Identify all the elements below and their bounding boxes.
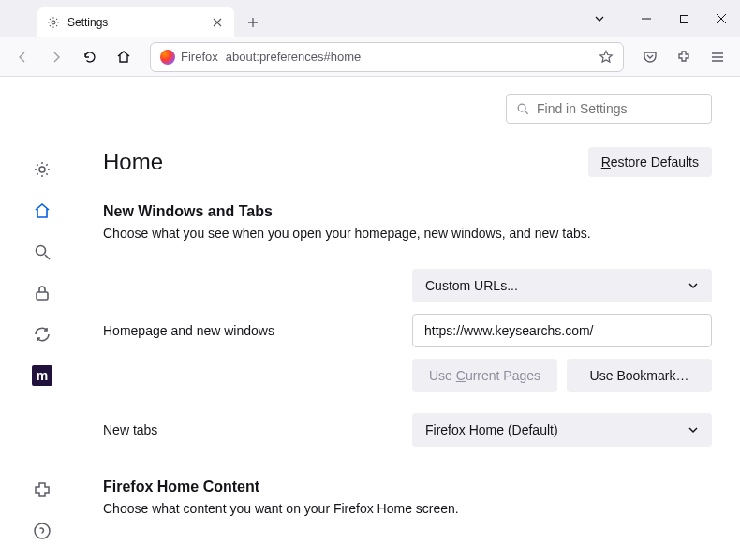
tabs-dropdown-button[interactable] xyxy=(581,0,618,37)
titlebar: Settings xyxy=(0,0,740,37)
reload-button[interactable] xyxy=(75,42,105,72)
newtabs-select-value: Firefox Home (Default) xyxy=(425,422,558,437)
content-pane: Home Restore Defaults New Windows and Ta… xyxy=(84,77,740,560)
url-bar[interactable]: Firefox about:preferences#home xyxy=(150,42,624,72)
gear-icon xyxy=(47,16,60,29)
url-text: about:preferences#home xyxy=(226,50,591,64)
identity-label: Firefox xyxy=(181,50,218,64)
sidebar-sync[interactable] xyxy=(32,324,52,345)
main-area: m Home Restore Defaults New Windows and … xyxy=(0,77,740,560)
search-icon xyxy=(516,102,529,115)
new-tab-button[interactable] xyxy=(240,9,266,36)
homepage-url-input[interactable] xyxy=(412,314,712,347)
svg-point-0 xyxy=(52,21,55,24)
window-controls xyxy=(628,0,740,37)
settings-sidebar: m xyxy=(0,77,84,560)
sidebar-search[interactable] xyxy=(32,242,52,262)
svg-rect-4 xyxy=(37,292,48,300)
homepage-label: Homepage and new windows xyxy=(103,323,412,338)
tab-title: Settings xyxy=(67,16,108,29)
newtabs-select[interactable]: Firefox Home (Default) xyxy=(412,413,712,447)
section-heading-home-content: Firefox Home Content xyxy=(103,479,712,495)
page-title: Home xyxy=(103,149,163,175)
maximize-button[interactable] xyxy=(665,0,703,37)
forward-button[interactable] xyxy=(41,42,71,72)
sidebar-general[interactable] xyxy=(32,159,52,180)
newtabs-label: New tabs xyxy=(103,422,412,437)
find-settings-box[interactable] xyxy=(506,94,712,124)
back-button[interactable] xyxy=(7,42,37,72)
home-button[interactable] xyxy=(109,42,139,72)
sidebar-privacy[interactable] xyxy=(32,283,52,303)
sidebar-more-mozilla[interactable]: m xyxy=(32,365,52,386)
minimize-button[interactable] xyxy=(628,0,665,37)
nav-toolbar: Firefox about:preferences#home xyxy=(0,37,740,77)
section-desc-home-content: Choose what content you want on your Fir… xyxy=(103,501,712,516)
find-settings-input[interactable] xyxy=(537,101,702,116)
section-desc-windows-tabs: Choose what you see when you open your h… xyxy=(103,226,712,241)
sidebar-home[interactable] xyxy=(32,200,52,221)
homepage-select-value: Custom URLs... xyxy=(425,278,518,293)
chevron-down-icon xyxy=(688,424,699,435)
identity-box[interactable]: Firefox xyxy=(160,50,218,65)
bookmark-star-icon[interactable] xyxy=(599,50,614,65)
pocket-button[interactable] xyxy=(635,42,665,72)
firefox-logo-icon xyxy=(160,50,175,65)
app-menu-button[interactable] xyxy=(703,42,733,72)
svg-point-3 xyxy=(37,246,46,256)
sidebar-extensions[interactable] xyxy=(32,479,52,500)
section-heading-windows-tabs: New Windows and Tabs xyxy=(103,203,712,220)
sidebar-help[interactable] xyxy=(32,521,52,541)
restore-defaults-button[interactable]: Restore Defaults xyxy=(588,147,712,177)
svg-rect-1 xyxy=(680,15,688,22)
homepage-select[interactable]: Custom URLs... xyxy=(412,269,712,302)
close-tab-icon[interactable] xyxy=(210,15,225,30)
extensions-button[interactable] xyxy=(669,42,699,72)
browser-tab[interactable]: Settings xyxy=(37,7,234,37)
chevron-down-icon xyxy=(688,280,699,291)
use-current-pages-button[interactable]: Use Current Pages xyxy=(412,359,557,392)
use-bookmark-button[interactable]: Use Bookmark… xyxy=(567,359,712,392)
svg-point-2 xyxy=(39,167,45,172)
close-window-button[interactable] xyxy=(703,0,740,37)
svg-point-6 xyxy=(518,104,525,111)
